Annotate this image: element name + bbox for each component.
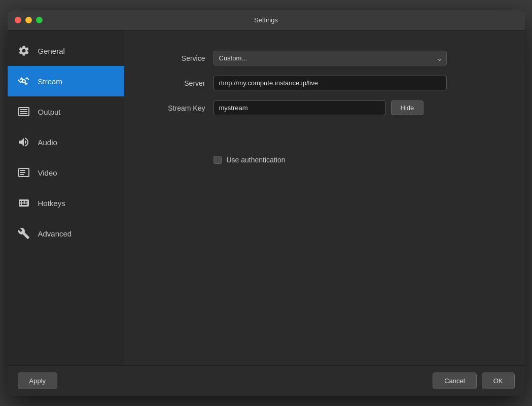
service-select-wrapper: Custom... ⌄ bbox=[214, 51, 447, 65]
sidebar-item-general[interactable]: General bbox=[8, 36, 124, 66]
auth-checkbox[interactable] bbox=[214, 156, 222, 164]
sidebar: General Stream Output bbox=[8, 30, 124, 365]
stream-settings-content: Service Custom... ⌄ Server Stream Key H bbox=[124, 30, 525, 365]
ok-button[interactable]: OK bbox=[482, 373, 515, 389]
sidebar-label-audio: Audio bbox=[38, 138, 57, 147]
auth-group: Use authentication bbox=[155, 156, 494, 164]
service-group: Service Custom... ⌄ bbox=[155, 51, 494, 65]
sidebar-item-advanced[interactable]: Advanced bbox=[8, 218, 124, 249]
sidebar-item-stream[interactable]: Stream bbox=[8, 66, 124, 96]
sidebar-label-video: Video bbox=[38, 168, 57, 177]
stream-key-input[interactable] bbox=[214, 100, 386, 115]
window-controls bbox=[15, 17, 43, 23]
hide-button[interactable]: Hide bbox=[391, 100, 424, 115]
footer: Apply Cancel OK bbox=[8, 365, 525, 396]
stream-key-group: Stream Key Hide bbox=[155, 100, 494, 115]
server-label: Server bbox=[155, 79, 205, 87]
window-title: Settings bbox=[254, 16, 278, 24]
output-icon bbox=[17, 105, 31, 119]
cancel-button[interactable]: Cancel bbox=[433, 373, 476, 389]
video-icon bbox=[17, 165, 31, 180]
sidebar-label-stream: Stream bbox=[38, 77, 62, 86]
sidebar-label-hotkeys: Hotkeys bbox=[38, 199, 65, 208]
footer-left: Apply bbox=[18, 373, 433, 389]
minimize-button[interactable] bbox=[25, 17, 32, 23]
titlebar: Settings bbox=[8, 10, 525, 30]
close-button[interactable] bbox=[15, 17, 21, 23]
service-label: Service bbox=[155, 54, 205, 62]
sidebar-item-hotkeys[interactable]: Hotkeys bbox=[8, 188, 124, 218]
apply-button[interactable]: Apply bbox=[18, 373, 58, 389]
gear-icon bbox=[17, 44, 31, 58]
stream-icon bbox=[17, 74, 31, 88]
sidebar-item-video[interactable]: Video bbox=[8, 157, 124, 188]
sidebar-item-output[interactable]: Output bbox=[8, 96, 124, 127]
main-content: General Stream Output bbox=[8, 30, 525, 365]
advanced-icon bbox=[17, 226, 31, 241]
server-group: Server bbox=[155, 76, 494, 90]
footer-right: Cancel OK bbox=[433, 373, 514, 389]
maximize-button[interactable] bbox=[36, 17, 43, 23]
server-input[interactable] bbox=[214, 76, 447, 90]
sidebar-item-audio[interactable]: Audio bbox=[8, 127, 124, 157]
stream-key-inputs: Hide bbox=[214, 100, 424, 115]
stream-key-label: Stream Key bbox=[155, 104, 205, 112]
settings-window: Settings General Stream bbox=[8, 10, 525, 396]
audio-icon bbox=[17, 135, 31, 149]
sidebar-label-general: General bbox=[38, 47, 65, 55]
keyboard-icon bbox=[17, 196, 31, 210]
sidebar-label-output: Output bbox=[38, 108, 61, 116]
sidebar-label-advanced: Advanced bbox=[38, 229, 72, 238]
service-select[interactable]: Custom... bbox=[214, 51, 447, 65]
auth-label: Use authentication bbox=[227, 156, 286, 164]
